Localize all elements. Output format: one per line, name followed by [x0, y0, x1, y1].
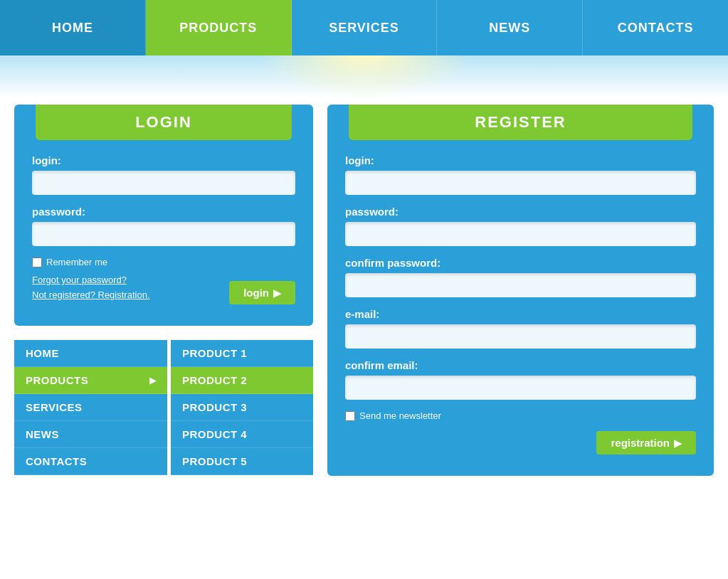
register-panel-title: REGISTER	[349, 105, 692, 140]
submenu-item-product2[interactable]: PRODUCT 2	[171, 367, 313, 394]
login-links: Forgot your password? Not registered? Re…	[32, 275, 149, 304]
sidebar-item-services[interactable]: SERVICES	[14, 394, 167, 421]
newsletter-row: Send me newsletter	[345, 410, 696, 421]
main-content: LOGIN login: password: Remember me Forgo…	[0, 98, 728, 490]
register-login-label: login:	[345, 154, 696, 166]
submenu-item-product3[interactable]: PRODUCT 3	[171, 394, 313, 421]
register-confirm-email-label: confirm email:	[345, 359, 696, 371]
login-input[interactable]	[32, 171, 295, 195]
nav-item-contacts[interactable]: CONTACTS	[583, 0, 728, 55]
login-panel-title: LOGIN	[36, 105, 292, 140]
bottom-left: HOME PRODUCTS ▶ SERVICES NEWS CONTACTS P…	[14, 340, 313, 475]
registration-button-label: registration	[611, 437, 670, 449]
newsletter-label: Send me newsletter	[359, 410, 441, 421]
nav-item-services[interactable]: SERVICES	[292, 0, 438, 55]
register-confirm-email-input[interactable]	[345, 376, 696, 400]
register-btn-row: registration ▶	[345, 431, 696, 455]
register-email-input[interactable]	[345, 324, 696, 349]
register-email-label: e-mail:	[345, 308, 696, 320]
sidebar-item-products[interactable]: PRODUCTS ▶	[14, 367, 167, 394]
nav-item-news[interactable]: NEWS	[437, 0, 583, 55]
submenu: PRODUCT 1 PRODUCT 2 PRODUCT 3 PRODUCT 4 …	[171, 340, 313, 475]
left-column: LOGIN login: password: Remember me Forgo…	[14, 105, 313, 476]
side-menu: HOME PRODUCTS ▶ SERVICES NEWS CONTACTS	[14, 340, 167, 475]
register-confirm-password-input[interactable]	[345, 273, 696, 297]
sidebar-item-news[interactable]: NEWS	[14, 421, 167, 448]
password-input[interactable]	[32, 222, 295, 246]
nav-item-products[interactable]: PRODUCTS	[146, 0, 292, 55]
sidebar-item-contacts[interactable]: CONTACTS	[14, 448, 167, 475]
login-panel: LOGIN login: password: Remember me Forgo…	[14, 105, 313, 326]
not-registered-link[interactable]: Not registered? Registration.	[32, 290, 149, 300]
top-nav: HOME PRODUCTS SERVICES NEWS CONTACTS	[0, 0, 728, 55]
chevron-right-icon: ▶	[149, 376, 157, 386]
login-button-label: login	[243, 287, 269, 299]
sidebar-item-products-label: PRODUCTS	[26, 374, 88, 386]
register-form-body: login: password: confirm password: e-mai…	[327, 140, 714, 462]
register-confirm-password-label: confirm password:	[345, 257, 696, 269]
remember-me-checkbox[interactable]	[32, 257, 42, 267]
right-column: REGISTER login: password: confirm passwo…	[327, 105, 714, 476]
login-form-body: login: password: Remember me Forgot your…	[14, 140, 313, 312]
sidebar-item-home[interactable]: HOME	[14, 340, 167, 367]
submenu-item-product4[interactable]: PRODUCT 4	[171, 421, 313, 448]
submenu-item-product1[interactable]: PRODUCT 1	[171, 340, 313, 367]
forgot-password-link[interactable]: Forgot your password?	[32, 275, 149, 285]
header-glow	[0, 55, 728, 98]
register-login-input[interactable]	[345, 171, 696, 195]
registration-button[interactable]: registration ▶	[596, 431, 696, 455]
register-panel: REGISTER login: password: confirm passwo…	[327, 105, 714, 476]
registration-button-arrow-icon: ▶	[674, 437, 682, 449]
login-label: login:	[32, 154, 295, 166]
login-button-arrow-icon: ▶	[273, 287, 281, 299]
register-password-input[interactable]	[345, 222, 696, 246]
login-button[interactable]: login ▶	[229, 281, 295, 304]
newsletter-checkbox[interactable]	[345, 411, 355, 421]
remember-me-label: Remember me	[46, 257, 107, 267]
password-label: password:	[32, 206, 295, 218]
nav-item-home[interactable]: HOME	[0, 0, 146, 55]
remember-me-row: Remember me	[32, 257, 295, 267]
submenu-item-product5[interactable]: PRODUCT 5	[171, 448, 313, 475]
register-password-label: password:	[345, 206, 696, 218]
